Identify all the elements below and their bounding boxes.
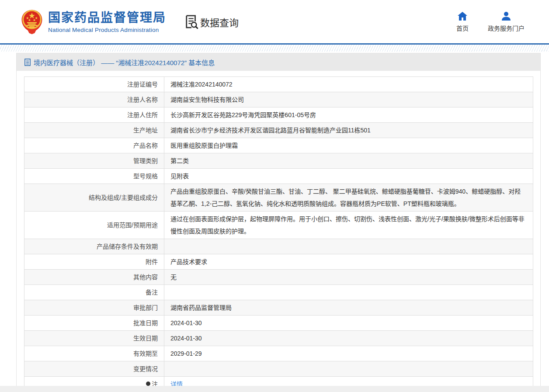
row-label-text: 产品名称 [133, 142, 158, 149]
row-label-text: 生产地址 [133, 127, 158, 134]
nav-item-gov-portal[interactable]: 政务服务门户 [488, 11, 525, 32]
stripe-texture-band [0, 45, 549, 52]
info-table-body: 注册证编号 湘械注准20242140072 注册人名称 湖南益安生物科技有限公司… [24, 77, 533, 392]
table-row: 产品储存条件及有效期 [24, 239, 533, 254]
row-label-text: 注册人住所 [127, 111, 158, 118]
breadcrumb: 境内医疗器械（注册） —— “湘械注准20242140072” 基本信息 [17, 53, 540, 71]
user-icon [501, 11, 511, 21]
table-row: 生效日期 2024-01-30 [24, 331, 533, 346]
brand-subtitle: National Medical Products Administration [48, 27, 166, 33]
row-label: 注册人住所 [24, 108, 164, 123]
header: 国家药品监督管理局 National Medical Products Admi… [0, 0, 549, 43]
row-label: 产品名称 [24, 138, 164, 153]
row-value-text: 产品由重组胶原蛋白、辛酸/癸酸甘油三酯、甘油、丁二醇、 聚二甲基硅氧烷、鲸蜡硬脂… [170, 188, 521, 207]
row-value: 见附表 [164, 169, 533, 184]
row-label-text: 型号规格 [133, 173, 158, 180]
row-label: 有效期至 [24, 346, 164, 361]
home-icon [457, 11, 468, 21]
row-value-text: 第二类 [170, 157, 189, 164]
breadcrumb-text: 境内医疗器械（注册） —— “湘械注准20242140072” 基本信息 [34, 58, 215, 67]
table-row: 变更情况 [24, 361, 533, 377]
row-label: 生产地址 [24, 123, 164, 138]
row-value: 产品技术要求 [164, 254, 533, 270]
row-value-text: 2024-01-30 [170, 335, 202, 342]
row-value [164, 285, 533, 300]
nav-item-home[interactable]: 首页 [456, 11, 469, 32]
row-label: 型号规格 [24, 169, 164, 184]
row-value: 湖南省药品监督管理局 [164, 300, 533, 316]
table-row: 产品名称 医用重组胶原蛋白护理霜 [24, 138, 533, 153]
row-label-text: 备注 [146, 289, 158, 296]
row-label-text: 适用范围/预期用途 [107, 222, 158, 229]
row-value [164, 239, 533, 254]
data-query-label: 数据查询 [200, 15, 239, 29]
row-value: 2029-01-29 [164, 346, 533, 361]
table-row: 有效期至 2029-01-29 [24, 346, 533, 361]
nmpa-emblem-logo[interactable] [21, 4, 44, 39]
brand-block: 国家药品监督管理局 National Medical Products Admi… [48, 10, 166, 33]
row-label: 批准日期 [24, 316, 164, 331]
row-value-text: 2029-01-29 [170, 350, 202, 357]
table-row: 其他内容 无 [24, 270, 533, 285]
row-label-text: 变更情况 [133, 365, 158, 372]
row-label: 生效日期 [24, 331, 164, 346]
row-label: 其他内容 [24, 270, 164, 285]
row-label: 产品储存条件及有效期 [24, 239, 164, 254]
row-value: 长沙高新开发区谷苑路229号海凭园聚英楼601-05号房 [164, 108, 533, 123]
content-card: 境内医疗器械（注册） —— “湘械注准20242140072” 基本信息 注册证… [16, 53, 541, 392]
table-row: 批准日期 2024-01-30 [24, 316, 533, 331]
row-value-text: 无 [170, 274, 177, 281]
nav-home-label: 首页 [456, 24, 469, 32]
row-label: 附件 [24, 254, 164, 270]
table-row: 适用范围/预期用途 通过在创面表面形成保护层，起物理屏障作用。用于小创口、擦伤、… [24, 212, 533, 239]
row-label-text: 其他内容 [133, 274, 158, 281]
row-value-text: 湖南省药品监督管理局 [170, 304, 232, 311]
row-value-text: 医用重组胶原蛋白护理霜 [170, 142, 238, 149]
table-row: 注册证编号 湘械注准20242140072 [24, 77, 533, 92]
row-label-text: 附件 [146, 258, 158, 265]
document-search-icon [184, 14, 198, 29]
row-value-text: 湖南益安生物科技有限公司 [170, 96, 244, 103]
table-row: 管理类别 第二类 [24, 153, 533, 169]
row-label: 备注 [24, 285, 164, 300]
row-label-text: 有效期至 [133, 350, 158, 357]
row-value: 通过在创面表面形成保护层，起物理屏障作用。用于小创口、擦伤、切割伤、浅表性创面、… [164, 212, 533, 239]
row-value: 第二类 [164, 153, 533, 169]
row-value: 医用重组胶原蛋白护理霜 [164, 138, 533, 153]
table-row: 注册人名称 湖南益安生物科技有限公司 [24, 92, 533, 108]
row-value-text: 见附表 [170, 173, 189, 180]
row-label: 结构及组成/主要组成成分 [24, 184, 164, 212]
row-value: 2024-01-30 [164, 331, 533, 346]
table-row: 型号规格 见附表 [24, 169, 533, 184]
row-label-text: 注册证编号 [127, 81, 158, 88]
brand-title: 国家药品监督管理局 [48, 10, 166, 25]
row-value [164, 361, 533, 377]
info-table-wrap: 注册证编号 湘械注准20242140072 注册人名称 湖南益安生物科技有限公司… [24, 76, 533, 392]
row-value: 湖南省长沙市宁乡经济技术开发区谐园北路蓝月谷智能制造产业园11栋501 [164, 123, 533, 138]
table-row: 审批部门 湖南省药品监督管理局 [24, 300, 533, 316]
data-query-entry[interactable]: 数据查询 [184, 14, 239, 29]
footer-strip [0, 386, 549, 392]
table-row: 结构及组成/主要组成成分 产品由重组胶原蛋白、辛酸/癸酸甘油三酯、甘油、丁二醇、… [24, 184, 533, 212]
national-emblem-icon [21, 9, 43, 35]
table-row: 注册人住所 长沙高新开发区谷苑路229号海凭园聚英楼601-05号房 [24, 108, 533, 123]
table-row: 生产地址 湖南省长沙市宁乡经济技术开发区谐园北路蓝月谷智能制造产业园11栋501 [24, 123, 533, 138]
row-label: 管理类别 [24, 153, 164, 169]
row-value: 2024-01-30 [164, 316, 533, 331]
row-label-text: 批准日期 [133, 319, 158, 326]
row-label-text: 注册人名称 [127, 96, 158, 103]
row-value: 湘械注准20242140072 [164, 77, 533, 92]
nav-gov-portal-label: 政务服务门户 [488, 24, 525, 32]
row-label-text: 结构及组成/主要组成成分 [89, 194, 158, 201]
row-value-text: 长沙高新开发区谷苑路229号海凭园聚英楼601-05号房 [170, 111, 316, 118]
row-label-text: 审批部门 [133, 304, 158, 311]
row-label: 适用范围/预期用途 [24, 212, 164, 239]
row-label: 注册人名称 [24, 92, 164, 108]
row-value: 产品由重组胶原蛋白、辛酸/癸酸甘油三酯、甘油、丁二醇、 聚二甲基硅氧烷、鲸蜡硬脂… [164, 184, 533, 212]
table-row: 附件 产品技术要求 [24, 254, 533, 270]
row-value: 无 [164, 270, 533, 285]
row-value-text: 通过在创面表面形成保护层，起物理屏障作用。用于小创口、擦伤、切割伤、浅表性创面、… [170, 215, 525, 235]
row-value-text: 湘械注准20242140072 [170, 81, 233, 88]
info-table: 注册证编号 湘械注准20242140072 注册人名称 湖南益安生物科技有限公司… [24, 76, 533, 392]
row-label-text: 管理类别 [133, 157, 158, 164]
